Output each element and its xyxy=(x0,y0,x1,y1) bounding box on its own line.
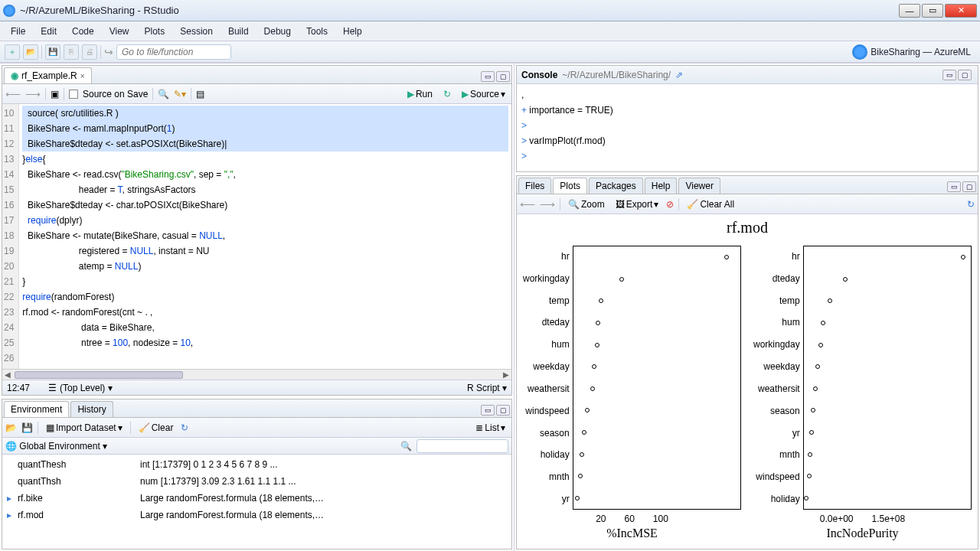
console-title: Console xyxy=(521,70,557,80)
close-button[interactable]: ✕ xyxy=(945,4,977,18)
env-tabstrip: Environment History ▭ ▢ xyxy=(2,399,511,418)
rerun-button[interactable]: ↻ xyxy=(440,87,454,101)
source-on-save-label: Source on Save xyxy=(83,89,148,99)
menu-session[interactable]: Session xyxy=(172,23,220,40)
code-editor[interactable]: 101112131415161718192021222324252627 sou… xyxy=(2,104,511,369)
save-button[interactable]: 💾 xyxy=(45,44,60,60)
env-row[interactable]: quantTheshint [1:17379] 0 1 2 3 4 5 6 7 … xyxy=(7,456,507,473)
run-button[interactable]: ▶Run xyxy=(404,87,436,101)
console-path: ~/R/AzureML/BikeSharing/ xyxy=(562,70,671,80)
nav-fwd-icon[interactable]: ⟶ xyxy=(25,88,41,100)
tab-history[interactable]: History xyxy=(70,401,113,417)
minimize-button[interactable]: — xyxy=(899,4,920,18)
menu-debug[interactable]: Debug xyxy=(256,23,299,40)
source-on-save-checkbox[interactable] xyxy=(69,90,78,99)
plot-next-icon[interactable]: ⟶ xyxy=(540,198,555,210)
plots-pane-min[interactable]: ▭ xyxy=(947,181,961,192)
export-button[interactable]: 🖼 Export ▾ xyxy=(612,197,662,211)
tab-files[interactable]: Files xyxy=(518,178,551,194)
env-row[interactable]: quantThshnum [1:17379] 3.09 2.3 1.61 1.1… xyxy=(7,473,507,490)
env-filter-input[interactable] xyxy=(416,439,508,453)
clear-env-button[interactable]: 🧹Clear xyxy=(136,421,177,435)
zoom-button[interactable]: 🔍 Zoom xyxy=(565,197,608,211)
menu-view[interactable]: View xyxy=(102,23,137,40)
maximize-button[interactable]: ▭ xyxy=(922,4,943,18)
plots-pane-max[interactable]: ▢ xyxy=(962,181,976,192)
tab-packages[interactable]: Packages xyxy=(589,178,643,194)
env-row[interactable]: ▸rf.modLarge randomForest.formula (18 el… xyxy=(7,507,507,523)
menu-edit[interactable]: Edit xyxy=(33,23,64,40)
env-table: quantTheshint [1:17379] 0 1 2 3 4 5 6 7 … xyxy=(2,455,511,525)
env-row[interactable]: ▸rf.bikeLarge randomForest.formula (18 e… xyxy=(7,490,507,507)
plots-toolbar: ⟵ ⟶ 🔍 Zoom 🖼 Export ▾ ⊘ 🧹Clear All ↻ xyxy=(517,194,978,214)
main-toolbar: ＋ 📂 💾 ⎘ 🖨 ↪ BikeSharing — AzureML xyxy=(0,41,980,63)
open-file-button[interactable]: 📂 xyxy=(23,44,38,60)
environment-pane: Environment History ▭ ▢ 📂 💾 ▦ Import Dat… xyxy=(2,399,512,549)
menu-build[interactable]: Build xyxy=(220,23,256,40)
console-popout-icon[interactable]: ⇗ xyxy=(675,70,683,80)
refresh-env-icon[interactable]: ↻ xyxy=(181,422,188,433)
console-pane-min[interactable]: ▭ xyxy=(942,70,956,80)
clear-all-button[interactable]: 🧹Clear All xyxy=(684,197,737,211)
pane-max-button[interactable]: ▢ xyxy=(496,71,510,82)
project-icon xyxy=(852,44,867,60)
rstudio-icon xyxy=(3,5,15,17)
search-icon: 🔍 xyxy=(400,441,412,452)
goto-back-icon[interactable]: ↪ xyxy=(104,46,113,58)
app-window: ~/R/AzureML/BikeSharing - RStudio — ▭ ✕ … xyxy=(0,0,980,551)
source-tabstrip: ◉ rf_Example.R × ▭ ▢ xyxy=(2,66,511,84)
titlebar: ~/R/AzureML/BikeSharing - RStudio — ▭ ✕ xyxy=(0,0,980,21)
nav-back-icon[interactable]: ⟵ xyxy=(5,88,21,100)
language-label[interactable]: R Script ▾ xyxy=(467,383,507,393)
tab-environment[interactable]: Environment xyxy=(4,401,69,417)
print-button[interactable]: 🖨 xyxy=(82,44,97,60)
cursor-position: 12:47 xyxy=(7,383,45,393)
tab-viewer[interactable]: Viewer xyxy=(678,178,720,194)
remove-plot-icon[interactable]: ⊘ xyxy=(666,199,674,210)
save-all-button[interactable]: ⎘ xyxy=(64,44,79,60)
menu-code[interactable]: Code xyxy=(64,23,102,40)
source-pane: ◉ rf_Example.R × ▭ ▢ ⟵ ⟶ ▣ xyxy=(2,65,512,396)
import-dataset-button[interactable]: ▦ Import Dataset ▾ xyxy=(43,421,126,435)
plot-area: rf.mod hrworkingdaytempdtedayhumweekdayw… xyxy=(517,214,978,549)
tab-help[interactable]: Help xyxy=(645,178,678,194)
scope-selector[interactable]: ☰(Top Level)▾ xyxy=(45,383,467,393)
menubar: File Edit Code View Plots Session Build … xyxy=(0,21,980,41)
editor-status-bar: 12:47 ☰(Top Level)▾ R Script ▾ xyxy=(2,380,511,395)
console-pane-max[interactable]: ▢ xyxy=(958,70,972,80)
notebook-icon[interactable]: ▤ xyxy=(196,89,204,99)
window-title: ~/R/AzureML/BikeSharing - RStudio xyxy=(20,5,897,16)
env-scope-selector[interactable]: 🌐 Global Environment ▾ xyxy=(5,441,107,452)
plot-title: rf.mod xyxy=(523,219,972,236)
goto-file-input[interactable] xyxy=(116,44,231,60)
new-file-button[interactable]: ＋ xyxy=(5,44,20,60)
env-toolbar: 📂 💾 ▦ Import Dataset ▾ 🧹Clear ↻ ≣ List ▾ xyxy=(2,418,511,438)
load-workspace-icon[interactable]: 📂 xyxy=(5,422,17,433)
env-pane-max[interactable]: ▢ xyxy=(496,405,510,416)
project-label[interactable]: BikeSharing — AzureML xyxy=(871,47,975,57)
env-view-mode[interactable]: ≣ List ▾ xyxy=(472,421,508,435)
wand-icon[interactable]: ✎▾ xyxy=(174,89,186,99)
menu-plots[interactable]: Plots xyxy=(137,23,173,40)
pane-min-button[interactable]: ▭ xyxy=(481,71,495,82)
source-tab[interactable]: ◉ rf_Example.R × xyxy=(4,67,92,83)
menu-file[interactable]: File xyxy=(3,23,33,40)
env-pane-min[interactable]: ▭ xyxy=(481,405,495,416)
tab-plots[interactable]: Plots xyxy=(553,178,587,194)
source-button[interactable]: ▶Source ▾ xyxy=(459,87,508,101)
find-icon[interactable]: 🔍 xyxy=(158,89,169,99)
save-workspace-icon[interactable]: 💾 xyxy=(21,422,33,433)
menu-help[interactable]: Help xyxy=(335,23,370,40)
show-in-new-window-icon[interactable]: ▣ xyxy=(51,89,59,99)
plots-pane: Files Plots Packages Help Viewer ▭ ▢ ⟵ ⟶… xyxy=(516,175,978,549)
console-body[interactable]: ,+ importance = TRUE)>> varImpPlot(rf.mo… xyxy=(517,84,978,171)
refresh-plot-icon[interactable]: ↻ xyxy=(967,199,975,210)
source-toolbar: ⟵ ⟶ ▣ Source on Save 🔍 ✎▾ ▤ ▶Run ↻ ▶Sour… xyxy=(2,84,511,104)
close-tab-icon[interactable]: × xyxy=(80,72,85,80)
source-tab-label: rf_Example.R xyxy=(21,70,77,81)
menu-tools[interactable]: Tools xyxy=(299,23,335,40)
env-scope-bar: 🌐 Global Environment ▾ 🔍 xyxy=(2,438,511,455)
editor-hscroll[interactable]: ◀▶ xyxy=(2,369,511,380)
plot-prev-icon[interactable]: ⟵ xyxy=(520,198,535,210)
console-pane: Console ~/R/AzureML/BikeSharing/ ⇗ ▭ ▢ ,… xyxy=(516,65,978,172)
